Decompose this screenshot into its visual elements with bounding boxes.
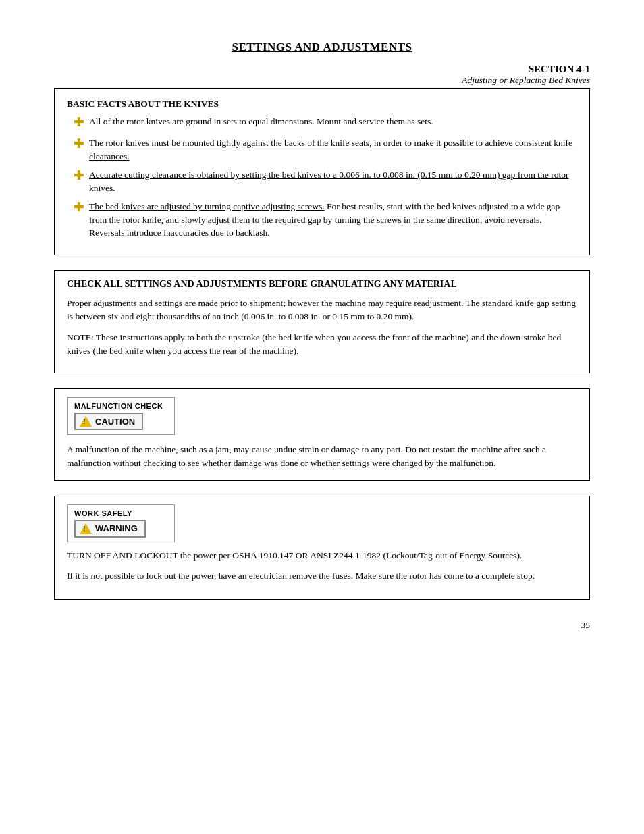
list-item-text: The bed knives are adjusted by turning c… <box>89 200 577 240</box>
basic-facts-list: All of the rotor knives are ground in se… <box>67 115 577 240</box>
caution-badge-text: CAUTION <box>95 417 135 427</box>
caution-label-block: MALFUNCTION CHECK CAUTION <box>67 397 175 435</box>
malfunction-label: MALFUNCTION CHECK <box>74 402 167 410</box>
section-header: SECTION 4-1 Adjusting or Replacing Bed K… <box>54 63 590 86</box>
check-all-settings-box: CHECK ALL SETTINGS AND ADJUSTMENTS BEFOR… <box>54 270 590 373</box>
warning-para1: TURN OFF AND LOCKOUT the power per OSHA … <box>67 549 577 563</box>
list-item: The bed knives are adjusted by turning c… <box>74 200 577 240</box>
list-item-text: Accurate cutting clearance is obtained b… <box>89 168 577 194</box>
bullet-icon <box>74 113 84 131</box>
bullet-icon <box>74 199 84 216</box>
warning-badge: WARNING <box>74 520 146 538</box>
section-number: SECTION 4-1 <box>54 63 590 75</box>
check-all-title: CHECK ALL SETTINGS AND ADJUSTMENTS BEFOR… <box>67 279 577 290</box>
caution-box: MALFUNCTION CHECK CAUTION A malfunction … <box>54 388 590 481</box>
list-item: All of the rotor knives are ground in se… <box>74 115 577 131</box>
warning-triangle-icon <box>80 523 92 534</box>
basic-facts-box: BASIC FACTS ABOUT THE KNIVES All of the … <box>54 88 590 255</box>
warning-inner: WORK SAFELY WARNING <box>67 504 577 542</box>
caution-badge: CAUTION <box>74 413 143 430</box>
list-item: Accurate cutting clearance is obtained b… <box>74 168 577 194</box>
work-safely-label: WORK SAFELY <box>74 509 167 517</box>
warning-box: WORK SAFELY WARNING TURN OFF AND LOCKOUT… <box>54 496 590 600</box>
warning-label-block: WORK SAFELY WARNING <box>67 504 175 542</box>
bullet-icon <box>74 167 84 184</box>
caution-body: A malfunction of the machine, such as a … <box>67 443 577 471</box>
list-item-text: The rotor knives must be mounted tightly… <box>89 136 577 163</box>
check-all-para1: Proper adjustments and settings are made… <box>67 296 577 324</box>
section-subtitle: Adjusting or Replacing Bed Knives <box>54 75 590 86</box>
warning-para2: If it is not possible to lock out the po… <box>67 569 577 583</box>
caution-triangle-icon <box>80 416 92 427</box>
check-all-para2: NOTE: These instructions apply to both t… <box>67 331 577 359</box>
caution-inner: MALFUNCTION CHECK CAUTION <box>67 397 577 435</box>
page-number: 35 <box>54 620 590 631</box>
bullet-icon <box>74 135 84 153</box>
basic-facts-title: BASIC FACTS ABOUT THE KNIVES <box>67 99 577 109</box>
warning-text-block: TURN OFF AND LOCKOUT the power per OSHA … <box>67 542 577 583</box>
list-item-text: All of the rotor knives are ground in se… <box>89 115 433 128</box>
page-title: SETTINGS AND ADJUSTMENTS <box>54 41 590 54</box>
warning-badge-text: WARNING <box>95 523 138 533</box>
list-item: The rotor knives must be mounted tightly… <box>74 136 577 163</box>
